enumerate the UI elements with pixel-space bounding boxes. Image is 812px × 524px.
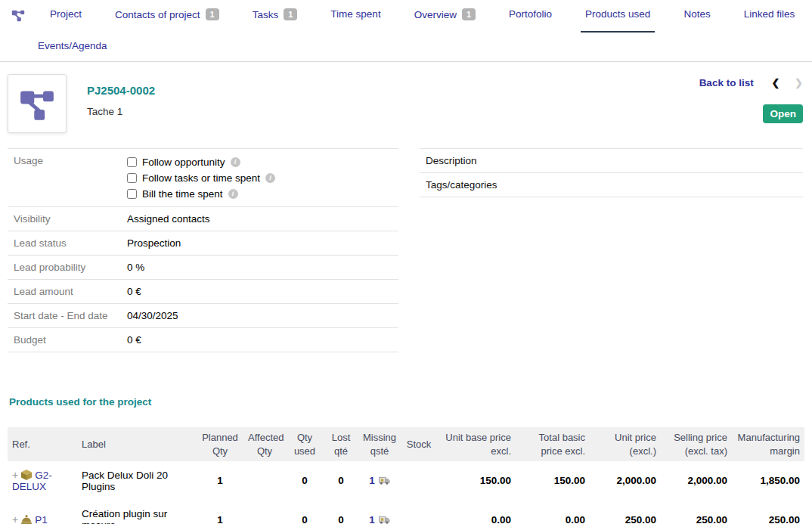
field-label: Tags/categories [420,173,803,197]
tab-label: Products used [585,8,650,20]
field-row-description: Description [420,149,803,173]
tab-portofolio[interactable]: Portofolio [504,6,556,33]
cell-affected-qty [243,461,286,501]
products-section-title: Products used for the project [9,396,812,408]
project-extra-fields-table: Description Tags/categories [420,148,803,197]
product-label: Pack Delux Doli 20 Plugins [77,461,197,501]
col-unit-base-price: Unit base price excl. [437,427,516,461]
col-affected-qty: Affected Qty [243,427,286,461]
field-row-tags-categories: Tags/categories [420,173,803,197]
field-label: Description [420,149,803,173]
field-value: Prospection [121,231,398,256]
product-row: +P1 Création plugin sur mesure 1 0 0 1 0… [8,501,804,524]
cell-stock [401,501,437,524]
bill-time-spent-checkbox[interactable] [127,189,137,199]
tab-overview[interactable]: Overview1 [410,6,480,33]
product-label: Création plugin sur mesure [77,501,197,524]
field-row-lead-amount: Lead amount 0 € [8,280,398,304]
concierge-bell-icon [21,515,32,524]
field-label: Usage [8,149,121,207]
tab-contacts-of-project[interactable]: Contacts of project1 [110,6,224,33]
cell-total-basic-price: 0.00 [516,501,590,524]
tab-bar: Project Contacts of project1 Tasks1 Time… [0,0,812,62]
checkbox-label: Follow opportunity [142,157,225,168]
field-row-lead-probability: Lead probability 0 % [8,256,398,280]
tab-events-agenda[interactable]: Events/Agenda [33,38,112,51]
field-row-usage: Usage Follow opportunity i Follow tasks … [8,149,398,207]
project-fields-table: Usage Follow opportunity i Follow tasks … [8,148,398,352]
truck-icon[interactable] [379,476,390,485]
info-circle-icon[interactable]: i [231,157,240,167]
col-label: Label [77,427,197,461]
col-ref: Ref. [8,427,77,461]
status-badge: Open [763,104,803,123]
missing-qty-link[interactable]: 1 [369,475,375,486]
tab-project[interactable]: Project [45,6,86,33]
object-banner: PJ2504-0002 Tache 1 Back to list ❮ ❯ Ope… [0,62,812,138]
cell-planned-qty: 1 [197,501,243,524]
field-value: 0 % [121,256,398,280]
field-value: 04/30/2025 [121,304,398,328]
cell-unit-base-price: 150.00 [437,461,516,501]
field-row-budget: Budget 0 € [8,328,398,352]
field-row-visibility: Visibility Assigned contacts [8,207,398,231]
cell-lost-qty: 0 [324,501,358,524]
col-lost-qty: Lost qté [324,427,358,461]
tab-label: Tasks [253,9,279,20]
tab-time-spent[interactable]: Time spent [326,6,385,33]
tab-notes[interactable]: Notes [679,6,714,33]
product-ref-link[interactable]: P1 [35,514,48,524]
cell-total-basic-price: 150.00 [516,461,590,501]
tab-label: Project [50,8,82,20]
tab-linked-files[interactable]: Linked files [739,6,800,33]
count-badge: 1 [284,8,297,20]
col-total-basic-price: Total basic price excl. [516,427,590,461]
tab-label: Linked files [744,8,795,20]
count-badge: 1 [462,8,476,20]
back-to-list-link[interactable]: Back to list [699,77,754,88]
cell-qty-used: 0 [286,461,324,501]
field-label: Lead amount [8,280,121,304]
field-value: Assigned contacts [121,207,398,231]
project-diagram-icon [11,8,26,22]
field-value: 0 € [121,280,398,304]
products-used-table: Ref. Label Planned Qty Affected Qty Qty … [8,427,804,524]
tab-label: Time spent [330,8,380,20]
tab-label: Events/Agenda [38,40,107,51]
truck-icon[interactable] [379,516,390,524]
col-manufacturing-margin: Manufacturing margin [732,427,804,461]
cell-manufacturing-margin: 250.00 [732,501,804,524]
col-unit-price: Unit price (excl.) [590,427,661,461]
cell-stock [401,461,437,501]
plus-icon[interactable]: + [12,469,18,481]
tab-label: Contacts of project [115,9,200,20]
info-circle-icon[interactable]: i [228,189,238,199]
follow-tasks-checkbox[interactable] [127,173,137,183]
tab-label: Notes [683,8,710,20]
cell-planned-qty: 1 [197,461,243,501]
project-products-used-page: Project Contacts of project1 Tasks1 Time… [0,0,812,524]
cell-qty-used: 0 [286,501,324,524]
follow-opportunity-checkbox[interactable] [127,157,137,167]
tab-tasks[interactable]: Tasks1 [248,6,302,33]
field-label: Start date - End date [8,304,121,328]
project-diagram-icon [19,85,55,122]
cell-manufacturing-margin: 1,850.00 [732,461,804,501]
cell-unit-base-price: 0.00 [437,501,516,524]
field-label: Lead status [8,231,121,256]
cell-unit-price: 2,000.00 [590,461,661,501]
field-row-dates: Start date - End date 04/30/2025 [8,304,398,328]
col-planned-qty: Planned Qty [197,427,243,461]
tab-label: Portofolio [509,8,552,20]
prev-record-icon[interactable]: ❮ [771,77,779,88]
checkbox-label: Follow tasks or time spent [142,172,260,184]
tab-products-used[interactable]: Products used [581,6,655,33]
tab-label: Overview [414,9,457,20]
info-circle-icon[interactable]: i [265,173,275,183]
plus-icon[interactable]: + [12,513,18,524]
missing-qty-link[interactable]: 1 [369,514,375,524]
field-label: Budget [8,328,121,352]
cell-selling-price: 250.00 [661,501,732,524]
project-ref: PJ2504-0002 [87,84,155,97]
field-row-lead-status: Lead status Prospection [8,231,398,256]
